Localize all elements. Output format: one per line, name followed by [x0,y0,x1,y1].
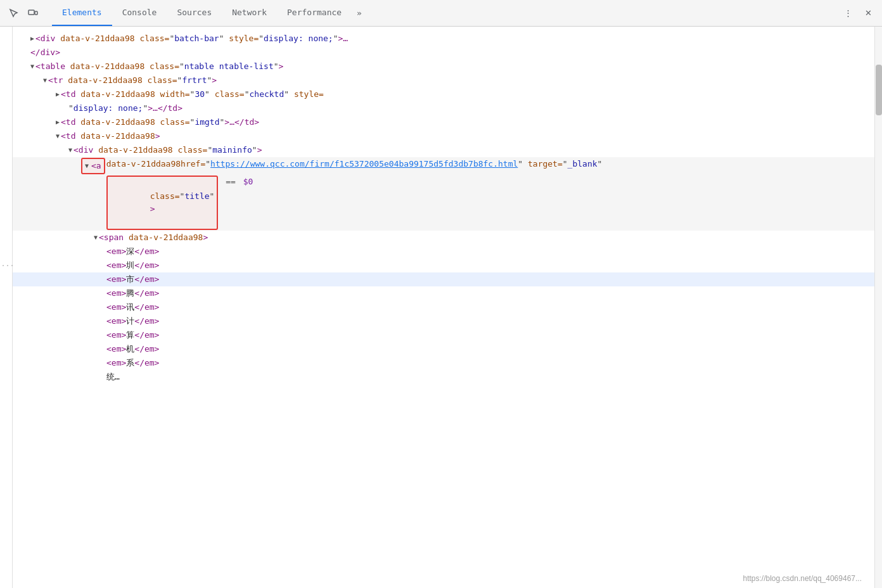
dom-line: <table data-v-21ddaa98 class="ntable nta… [13,60,874,74]
dom-line: <em>腾</em> [13,286,874,300]
scrollbar-thumb[interactable] [876,65,882,115]
device-toolbar-button[interactable] [24,4,42,22]
dom-line: <em>圳</em> [13,259,874,272]
dom-line: "display: none;" >…</td> [13,101,874,115]
dom-line: 统… [13,370,874,384]
dom-line: <em>机</em> [13,342,874,356]
triangle-toggle[interactable] [56,116,60,129]
devtools-main: ··· <div data-v-21ddaa98 class="batch-ba… [0,27,882,588]
dom-line: <em>算</em> [13,328,874,342]
triangle-toggle[interactable] [30,32,34,45]
dom-line: <div data-v-21ddaa98 class="maininfo" > [13,143,874,157]
dom-line: </div> [13,46,874,60]
dom-line: <td data-v-21ddaa98 width="30" class="ch… [13,87,874,101]
dom-line: <div data-v-21ddaa98 class="batch-bar" s… [13,32,874,46]
svg-rect-1 [35,11,37,15]
triangle-toggle[interactable] [68,144,72,157]
dom-line: <em>深</em> [13,245,874,259]
toolbar-icons [5,4,42,22]
triangle-toggle[interactable] [94,231,98,244]
tab-network[interactable]: Network [222,0,277,26]
dom-tree[interactable]: <div data-v-21ddaa98 class="batch-bar" s… [13,27,874,588]
tab-console[interactable]: Console [112,0,167,26]
tab-list: Elements Console Sources Network Perform… [52,0,367,26]
dom-line: <td data-v-21ddaa98 class="imgtd" >…</td… [13,115,874,129]
triangle-toggle[interactable] [43,74,47,87]
triangle-toggle[interactable] [30,60,34,73]
inspect-element-button[interactable] [5,4,23,22]
devtools-menu-button[interactable]: ⋮ [839,4,857,22]
more-tabs-button[interactable]: » [352,0,367,26]
dom-line: <tr data-v-21ddaa98 class="frtrt" > [13,74,874,87]
dom-line: <span data-v-21ddaa98 > [13,231,874,245]
dom-line-a-tag[interactable]: <a data-v-21ddaa98 href="https://www.qcc… [13,157,874,175]
tab-elements[interactable]: Elements [52,0,112,26]
dom-line-highlighted: <em>市</em> [13,272,874,286]
scrollbar[interactable] [874,27,882,588]
dom-line: <td data-v-21ddaa98 > [13,129,874,143]
toolbar-right: ⋮ ✕ [839,4,877,22]
tab-sources[interactable]: Sources [167,0,222,26]
dom-line-a-class: class="title" > == $0 [13,175,874,231]
dom-line: <em>系</em> [13,356,874,370]
triangle-toggle[interactable] [56,130,60,143]
triangle-toggle[interactable] [56,88,60,101]
tab-performance[interactable]: Performance [277,0,352,26]
left-gutter: ··· [0,27,13,588]
dom-line: <em>讯</em> [13,300,874,314]
dom-line: <em>计</em> [13,314,874,328]
close-devtools-button[interactable]: ✕ [859,4,877,22]
triangle-toggle[interactable] [85,160,89,172]
devtools-toolbar: Elements Console Sources Network Perform… [0,0,882,27]
svg-rect-0 [29,10,34,15]
watermark: https://blog.csdn.net/qq_4069467... [743,574,862,583]
